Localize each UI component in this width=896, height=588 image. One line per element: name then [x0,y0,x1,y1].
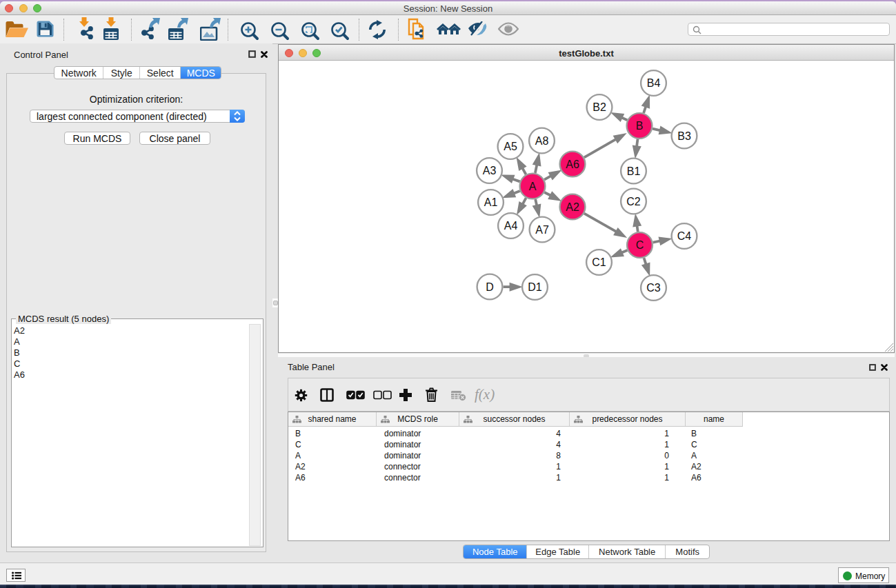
svg-text:D: D [486,281,494,293]
svg-text:A6: A6 [566,159,579,170]
svg-text:A5: A5 [504,141,517,152]
svg-text:A4: A4 [504,220,518,232]
svg-text:A3: A3 [483,165,497,176]
svg-text:D1: D1 [528,281,542,293]
svg-text:A2: A2 [566,201,579,213]
svg-text:B: B [636,120,644,132]
svg-text:C1: C1 [592,256,606,268]
svg-text:C4: C4 [677,230,692,242]
svg-text:B2: B2 [593,101,606,113]
svg-text:C3: C3 [646,282,661,294]
svg-text:A7: A7 [535,224,549,236]
svg-text:A: A [529,181,537,192]
svg-text:B4: B4 [647,77,661,89]
svg-text:A1: A1 [484,196,498,208]
svg-text:B1: B1 [627,165,641,177]
svg-text:B3: B3 [677,130,691,142]
svg-text:A8: A8 [535,135,549,147]
svg-text:C2: C2 [626,196,641,207]
svg-text:C: C [636,239,644,251]
